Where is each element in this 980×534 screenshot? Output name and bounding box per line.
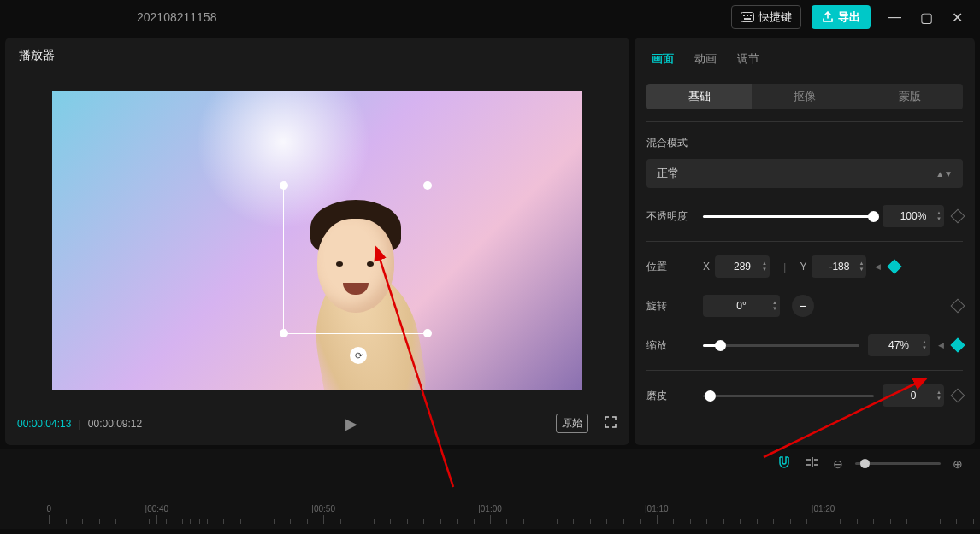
ruler-label: 0 [47, 504, 52, 513]
scale-keyframe-nav[interactable]: ◀ [938, 341, 944, 349]
ruler-label: |00:40 [145, 504, 169, 513]
position-keyframe[interactable] [888, 260, 902, 274]
blend-mode-dropdown[interactable]: 正常 ▲▼ [646, 159, 963, 188]
ruler-label: |01:00 [478, 504, 502, 513]
scale-slider[interactable] [703, 344, 859, 347]
timeline-ruler[interactable]: 0|00:40|00:50|01:00|01:10|01:20 [0, 493, 980, 524]
shortcuts-button[interactable]: 快捷键 [731, 5, 801, 29]
ruler-label: |00:50 [311, 504, 335, 513]
close-button[interactable]: ✕ [952, 9, 963, 26]
play-button[interactable]: ▶ [345, 414, 357, 433]
position-keyframe-nav[interactable]: ◀ [875, 262, 881, 271]
rotation-keyframe[interactable] [951, 299, 965, 314]
player-header: 播放器 [5, 38, 629, 73]
zoom-slider[interactable] [855, 462, 941, 465]
selection-box[interactable] [283, 185, 428, 334]
subtab-cutout[interactable]: 抠像 [752, 84, 857, 109]
properties-panel: 画面 动画 调节 基础 抠像 蒙版 混合模式 正常 ▲▼ 不透明度 100% [635, 38, 975, 445]
resize-handle-bl[interactable] [280, 329, 288, 337]
svg-rect-2 [747, 15, 748, 16]
svg-rect-3 [750, 15, 752, 16]
sub-tabs: 基础 抠像 蒙版 [646, 84, 963, 109]
shortcuts-label: 快捷键 [759, 9, 792, 25]
zoom-in-button[interactable]: ⊕ [953, 457, 963, 471]
keyboard-icon [741, 12, 754, 22]
magnet-tool[interactable] [776, 455, 792, 472]
opacity-label: 不透明度 [646, 209, 694, 224]
title-bar: 202108211158 快捷键 导出 — ▢ ✕ [0, 0, 980, 34]
export-button[interactable]: 导出 [812, 5, 871, 29]
pos-y-label: Y [800, 261, 806, 273]
scale-value[interactable]: 47%▲▼ [868, 334, 930, 356]
rotate-handle[interactable]: ⟳ [350, 347, 367, 364]
tab-animation[interactable]: 动画 [694, 51, 717, 67]
resize-handle-tl[interactable] [280, 181, 288, 190]
smooth-skin-label: 磨皮 [646, 389, 694, 403]
minimize-button[interactable]: — [888, 9, 901, 26]
subtab-basic[interactable]: 基础 [646, 84, 752, 109]
svg-rect-4 [744, 18, 751, 20]
rotation-label: 旋转 [646, 299, 694, 314]
ruler-label: |01:20 [812, 504, 835, 513]
smooth-skin-keyframe[interactable] [951, 389, 965, 403]
aspect-ratio-button[interactable]: 原始 [556, 414, 588, 433]
video-preview[interactable]: ⟳ [52, 91, 582, 390]
opacity-keyframe[interactable] [951, 209, 965, 224]
scale-keyframe[interactable] [951, 338, 965, 353]
maximize-button[interactable]: ▢ [920, 9, 933, 26]
svg-rect-0 [741, 13, 754, 22]
blend-mode-label: 混合模式 [646, 136, 963, 150]
tab-picture[interactable]: 画面 [652, 51, 674, 67]
export-label: 导出 [838, 9, 860, 25]
time-total: 00:00:09:12 [88, 418, 142, 430]
chevron-down-icon: ▲▼ [936, 169, 953, 179]
project-title: 202108211158 [137, 10, 216, 24]
smooth-skin-slider[interactable] [703, 395, 874, 397]
rotation-dial[interactable]: − [792, 295, 814, 317]
opacity-value[interactable]: 100% ▲▼ [883, 205, 944, 227]
export-icon [822, 11, 834, 23]
position-label: 位置 [646, 260, 694, 274]
pos-x-label: X [703, 261, 710, 273]
rotation-input[interactable]: 0°▲▼ [703, 295, 780, 317]
timeline[interactable]: ⊖ ⊕ 0|00:40|00:50|01:00|01:10|01:20 [0, 449, 980, 529]
fullscreen-button[interactable] [604, 415, 617, 431]
ruler-label: |01:10 [645, 504, 669, 513]
opacity-slider[interactable] [703, 215, 874, 218]
time-current: 00:00:04:13 [17, 418, 71, 430]
subtab-mask[interactable]: 蒙版 [858, 84, 963, 109]
pos-y-input[interactable]: -188▲▼ [812, 255, 866, 278]
property-tabs: 画面 动画 调节 [635, 48, 975, 77]
canvas-area[interactable]: ⟳ [5, 73, 629, 407]
svg-rect-1 [743, 15, 745, 16]
player-panel: 播放器 ⟳ 00:00:04:13 | 00:00:09: [5, 38, 629, 445]
pos-x-input[interactable]: 289▲▼ [715, 255, 770, 278]
resize-handle-tr[interactable] [423, 181, 432, 190]
tab-adjust[interactable]: 调节 [737, 51, 759, 67]
scale-label: 缩放 [646, 338, 694, 353]
resize-handle-br[interactable] [423, 329, 432, 337]
smooth-skin-value[interactable]: 0▲▼ [883, 384, 944, 407]
align-tool[interactable] [804, 456, 821, 471]
blend-mode-value: 正常 [657, 166, 679, 181]
zoom-out-button[interactable]: ⊖ [833, 457, 843, 471]
